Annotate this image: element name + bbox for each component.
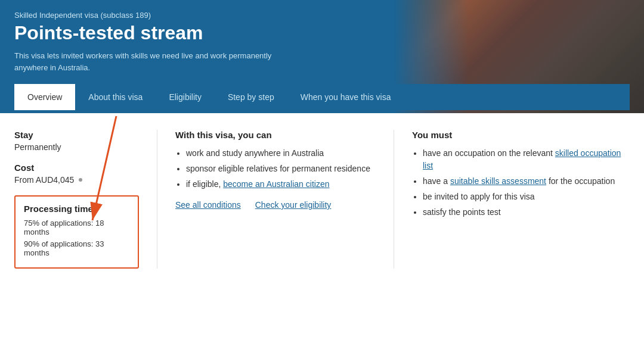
processing-item-75: 75% of applications: 18 months	[24, 219, 129, 236]
cost-section: Cost From AUD4,045	[14, 163, 139, 185]
stay-section: Stay Permanently	[14, 130, 139, 152]
left-column: Stay Permanently Cost From AUD4,045 Proc…	[14, 130, 157, 269]
check-eligibility-link[interactable]: Check your eligibility	[255, 200, 332, 210]
mid-links: See all conditions Check your eligibilit…	[175, 200, 376, 210]
middle-column: With this visa, you can work and study a…	[157, 130, 394, 269]
suitable-skills-assessment-link[interactable]: suitable skills assessment	[450, 176, 546, 186]
bullet-work-study: work and study anywhere in Australia	[186, 147, 376, 160]
skilled-occupation-list-link[interactable]: skilled occupation list	[423, 148, 621, 170]
hero-section: Skilled Independent visa (subclass 189) …	[0, 0, 644, 113]
tab-overview[interactable]: Overview	[14, 84, 75, 110]
right-column: You must have an occupation on the relev…	[394, 130, 630, 269]
processing-times-box: Processing times 75% of applications: 18…	[14, 195, 139, 269]
mid-bullets: work and study anywhere in Australia spo…	[175, 147, 376, 191]
cost-label: Cost	[14, 163, 139, 173]
tab-step-by-step[interactable]: Step by step	[215, 84, 287, 110]
cost-value: From AUD4,045	[14, 175, 139, 185]
processing-times-label: Processing times	[24, 204, 129, 214]
processing-item-90: 90% of applications: 33 months	[24, 239, 129, 257]
bullet-sponsor: sponsor eligible relatives for permanent…	[186, 163, 376, 175]
bullet-citizen: if eligible, become an Australian citize…	[186, 178, 376, 191]
right-section-title: You must	[412, 130, 630, 140]
tab-eligibility[interactable]: Eligibility	[156, 84, 214, 110]
main-content: Stay Permanently Cost From AUD4,045 Proc…	[0, 113, 644, 285]
mid-section-title: With this visa, you can	[175, 130, 376, 140]
content-grid: Stay Permanently Cost From AUD4,045 Proc…	[14, 130, 630, 269]
bullet-skills-assessment: have a suitable skills assessment for th…	[423, 175, 630, 188]
stay-value: Permanently	[14, 142, 139, 152]
nav-tabs: Overview About this visa Eligibility Ste…	[14, 84, 630, 110]
stay-label: Stay	[14, 130, 139, 140]
hero-description: This visa lets invited workers with skil…	[14, 50, 301, 84]
hero-subtitle: Skilled Independent visa (subclass 189)	[14, 11, 630, 20]
right-bullets: have an occupation on the relevant skill…	[412, 147, 630, 219]
dot-indicator	[79, 178, 82, 182]
tab-when-you-have-this-visa[interactable]: When you have this visa	[287, 84, 404, 110]
become-citizen-link[interactable]: become an Australian citizen	[223, 179, 329, 189]
bullet-occupation: have an occupation on the relevant skill…	[423, 147, 630, 172]
see-all-conditions-link[interactable]: See all conditions	[175, 200, 241, 210]
hero-title: Points-tested stream	[14, 22, 630, 44]
tab-about-this-visa[interactable]: About this visa	[75, 84, 156, 110]
bullet-invited: be invited to apply for this visa	[423, 191, 630, 203]
bullet-points-test: satisfy the points test	[423, 206, 630, 219]
